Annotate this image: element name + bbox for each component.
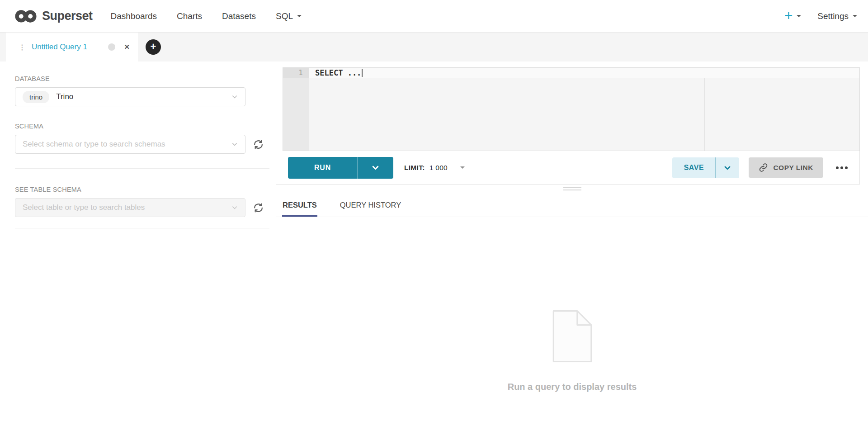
save-button[interactable]: SAVE: [672, 157, 715, 178]
limit-value: 1 000: [429, 164, 448, 172]
link-icon: [759, 163, 768, 172]
results-tab-bar: RESULTS QUERY HISTORY: [276, 194, 868, 217]
line-number: 1: [283, 68, 309, 78]
top-nav: Superset Dashboards Charts Datasets SQL …: [0, 0, 868, 33]
chevron-down-icon: [231, 204, 238, 211]
empty-results-message: Run a query to display results: [508, 382, 637, 392]
active-line-highlight: [309, 68, 859, 78]
sql-editor-pane: 1 SELECT ... RUN LIMIT: 1 000 SAVE: [276, 62, 868, 422]
nav-item-datasets[interactable]: Datasets: [222, 11, 256, 21]
nav-item-charts[interactable]: Charts: [177, 11, 202, 21]
refresh-schemas-icon[interactable]: [253, 139, 264, 150]
results-panel: Run a query to display results: [276, 217, 868, 422]
sql-lab-workspace: DATABASE trino Trino SCHEMA Select schem…: [0, 62, 868, 422]
nav-item-sql[interactable]: SQL: [276, 11, 302, 21]
database-select-value: Trino: [56, 92, 73, 101]
run-button[interactable]: RUN: [288, 157, 357, 179]
schema-select[interactable]: Select schema or type to search schemas: [15, 135, 245, 154]
table-select-placeholder: Select table or type to search tables: [23, 203, 145, 212]
tab-label: Untitled Query 1: [32, 43, 102, 52]
settings-label: Settings: [817, 11, 849, 21]
chevron-down-icon: [723, 164, 731, 172]
database-select[interactable]: trino Trino: [15, 87, 245, 106]
nav-menu: Dashboards Charts Datasets SQL: [111, 11, 302, 21]
refresh-tables-icon[interactable]: [253, 202, 264, 213]
sql-code-text: SELECT ...: [315, 68, 361, 77]
database-label: DATABASE: [15, 75, 276, 82]
caret-down-icon: [460, 166, 465, 169]
query-tab-bar: ⋮ Untitled Query 1 ✕ +: [0, 33, 868, 62]
chevron-down-icon: [371, 163, 380, 172]
pane-resize-handle[interactable]: [563, 187, 581, 190]
table-schema-label: SEE TABLE SCHEMA: [15, 186, 276, 193]
schema-label: SCHEMA: [15, 123, 276, 130]
copy-link-label: COPY LINK: [773, 164, 813, 172]
database-engine-badge: trino: [23, 91, 49, 103]
schema-select-placeholder: Select schema or type to search schemas: [23, 140, 165, 149]
nav-right: + Settings: [784, 10, 857, 23]
plus-circle-icon: +: [146, 39, 161, 55]
print-margin-line: [704, 78, 705, 151]
more-options-icon[interactable]: [835, 164, 849, 172]
superset-logo[interactable]: Superset: [15, 9, 93, 24]
limit-dropdown[interactable]: LIMIT: 1 000: [404, 164, 465, 172]
plus-icon: +: [784, 9, 793, 23]
settings-menu[interactable]: Settings: [817, 11, 857, 21]
brand-name: Superset: [42, 9, 93, 23]
text-cursor: [362, 69, 363, 77]
caret-down-icon: [297, 15, 302, 17]
editor-gutter: 1: [283, 68, 309, 151]
sidebar-divider: [15, 228, 269, 228]
caret-down-icon: [797, 15, 801, 17]
save-split-button: SAVE: [672, 157, 739, 178]
run-split-button: RUN: [288, 157, 393, 179]
nav-item-sql-label: SQL: [276, 11, 293, 21]
query-status-dot: [108, 43, 115, 51]
empty-document-icon: [551, 310, 594, 365]
tab-results[interactable]: RESULTS: [282, 194, 317, 217]
close-tab-icon[interactable]: ✕: [124, 43, 130, 51]
chevron-down-icon: [231, 94, 238, 100]
sql-lab-sidebar: DATABASE trino Trino SCHEMA Select schem…: [0, 62, 276, 422]
editor-toolbar: RUN LIMIT: 1 000 SAVE: [276, 151, 860, 185]
tab-untitled-query[interactable]: ⋮ Untitled Query 1 ✕: [6, 33, 138, 62]
chevron-down-icon: [231, 141, 238, 147]
sql-code-line: SELECT ...: [315, 68, 363, 78]
new-item-button[interactable]: +: [784, 10, 801, 23]
copy-link-button[interactable]: COPY LINK: [749, 157, 823, 178]
table-select[interactable]: Select table or type to search tables: [15, 198, 245, 217]
save-options-button[interactable]: [715, 157, 739, 178]
tab-query-history[interactable]: QUERY HISTORY: [340, 194, 401, 217]
nav-item-dashboards[interactable]: Dashboards: [111, 11, 157, 21]
run-options-button[interactable]: [357, 157, 393, 179]
drag-handle-icon[interactable]: ⋮: [19, 43, 26, 52]
sql-code-editor[interactable]: 1 SELECT ...: [283, 67, 860, 151]
superset-infinity-icon: [15, 9, 37, 24]
add-tab-button[interactable]: +: [138, 33, 169, 62]
caret-down-icon: [853, 15, 857, 17]
limit-label: LIMIT:: [404, 164, 425, 172]
sidebar-divider: [15, 168, 269, 169]
